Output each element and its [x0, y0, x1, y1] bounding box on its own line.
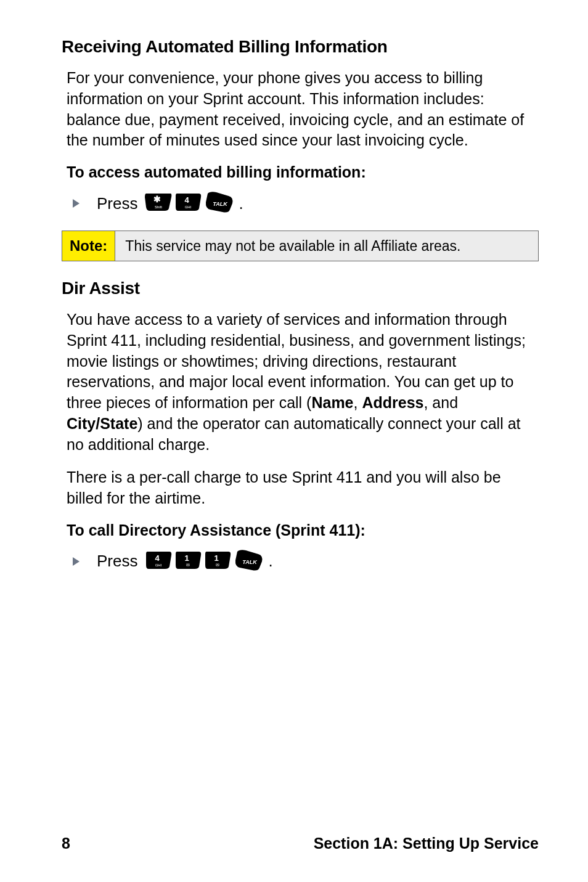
svg-text:Shift: Shift	[155, 205, 162, 209]
section-label: Section 1A: Setting Up Service	[314, 835, 539, 852]
note-label: Note:	[62, 231, 115, 261]
body-billing: For your convenience, your phone gives y…	[62, 68, 539, 151]
bold-address: Address	[362, 394, 423, 411]
page-number: 8	[62, 835, 70, 852]
step-dirassist: Press 4 GHI 1 ✉ 1 ✉ TALK .	[62, 549, 539, 574]
press-label-2: Press	[97, 552, 137, 571]
svg-text:1: 1	[214, 553, 219, 563]
page-footer: 8 Section 1A: Setting Up Service	[62, 835, 539, 852]
svg-text:TALK: TALK	[213, 201, 229, 207]
svg-text:4: 4	[155, 553, 160, 563]
note-text: This service may not be available in all…	[115, 231, 538, 261]
svg-text:4: 4	[185, 195, 190, 205]
press-label-1: Press	[97, 194, 137, 213]
step-period-1: .	[239, 194, 243, 213]
svg-text:✱: ✱	[153, 194, 161, 204]
sep1: ,	[354, 394, 362, 411]
subhead-dirassist: To call Directory Assistance (Sprint 411…	[62, 521, 539, 539]
talk-key-icon: TALK	[234, 549, 264, 574]
svg-text:TALK: TALK	[243, 559, 258, 565]
four-key-icon: 4 GHI	[174, 192, 202, 214]
four-key-icon: 4 GHI	[145, 550, 172, 573]
talk-key-icon: TALK	[204, 191, 235, 216]
svg-text:GHI: GHI	[185, 205, 192, 209]
bold-citystate: City/State	[67, 415, 137, 432]
svg-text:1: 1	[185, 553, 189, 563]
body-dirassist-2: There is a per-call charge to use Sprint…	[62, 467, 539, 509]
triangle-bullet-icon	[73, 557, 80, 566]
one-key-icon: 1 ✉	[174, 550, 202, 573]
sep2: , and	[423, 394, 458, 411]
heading-billing: Receiving Automated Billing Information	[62, 37, 539, 57]
svg-text:GHI: GHI	[155, 563, 162, 567]
heading-dirassist: Dir Assist	[62, 279, 539, 298]
svg-text:✉: ✉	[186, 563, 190, 567]
subhead-billing: To access automated billing information:	[62, 163, 539, 181]
step-period-2: .	[268, 552, 272, 571]
body-dirassist-1: You have access to a variety of services…	[62, 309, 539, 455]
one-key-icon: 1 ✉	[204, 550, 231, 573]
triangle-bullet-icon	[73, 199, 80, 208]
bold-name: Name	[311, 394, 353, 411]
svg-text:✉: ✉	[216, 563, 219, 567]
star-key-icon: ✱ Shift	[145, 192, 172, 214]
note-box: Note: This service may not be available …	[62, 231, 539, 261]
step-billing: Press ✱ Shift 4 GHI TALK .	[62, 191, 539, 216]
